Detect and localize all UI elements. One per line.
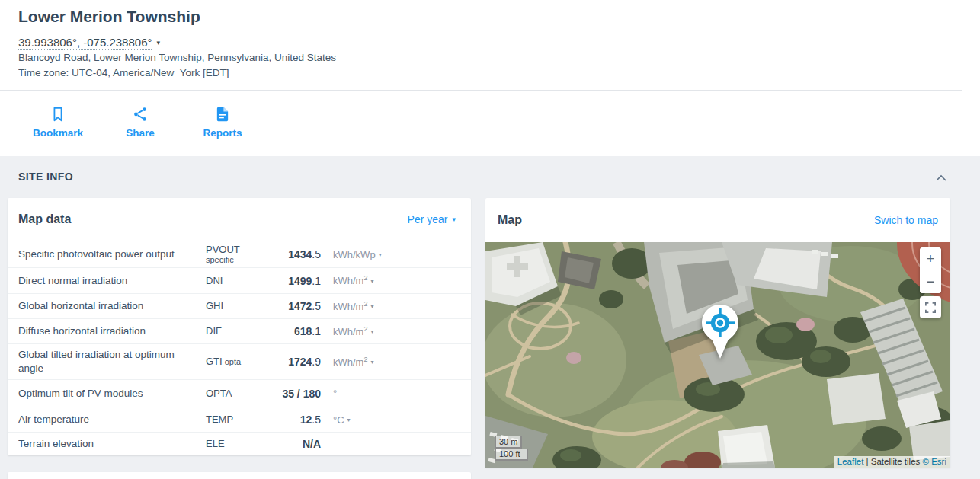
- bookmark-icon: [50, 106, 66, 123]
- unit-dropdown[interactable]: kWh/m2▾: [333, 300, 373, 312]
- scale-metric: 30 m: [495, 436, 522, 449]
- share-button[interactable]: Share: [108, 106, 172, 139]
- share-label: Share: [126, 127, 155, 139]
- row-label: Global tilted irradiation at optimum ang…: [18, 348, 206, 375]
- row-label: Direct normal irradiation: [18, 274, 206, 288]
- table-row-dni: Direct normal irradiation DNI 1499.1 kWh…: [8, 268, 471, 294]
- row-value: 618.1: [267, 325, 321, 337]
- zoom-in-button[interactable]: +: [920, 247, 941, 270]
- row-acronym: DIF: [206, 325, 267, 337]
- coordinates-value[interactable]: 39.993806°, -075.238806°: [18, 36, 152, 50]
- row-value: N/A: [267, 438, 321, 450]
- table-row-ele: Terrain elevation ELE N/A: [8, 433, 471, 455]
- row-value: 35 / 180: [267, 388, 321, 400]
- row-acronym: GTIopta: [206, 356, 267, 368]
- address-text: Blancoyd Road, Lower Merion Township, Pe…: [18, 52, 336, 63]
- row-label: Air temperature: [18, 413, 206, 426]
- chevron-down-icon: ▾: [370, 303, 373, 310]
- row-label: Specific photovoltaic power output: [18, 247, 206, 261]
- row-acronym: PVOUTspecific: [206, 244, 267, 266]
- period-selector[interactable]: Per year▾: [408, 213, 456, 225]
- table-row-temp: Air temperature TEMP 12.5 °C▾: [8, 407, 471, 433]
- share-icon: [132, 106, 149, 123]
- map-panel: Map Swich to map: [485, 198, 950, 468]
- row-label: Diffuse horizontal irradiation: [18, 324, 206, 338]
- map-attribution: Leaflet | Satellite tiles © Esri: [834, 456, 950, 468]
- site-info-section-title: SITE INFO: [18, 171, 73, 183]
- site-info-page: Lower Merion Township 39.993806°, -075.2…: [0, 0, 980, 479]
- row-acronym: DNI: [206, 275, 267, 287]
- table-row-ghi: Global horizontal irradiation GHI 1472.5…: [8, 294, 471, 319]
- table-row-pvout: Specific photovoltaic power output PVOUT…: [8, 241, 471, 268]
- row-label: Global horizontal irradiation: [18, 299, 206, 313]
- next-panel-partial: [8, 472, 471, 479]
- switch-to-map-link[interactable]: Swich to map: [874, 214, 938, 226]
- unit-dropdown[interactable]: °C▾: [333, 414, 351, 426]
- map-panel-title: Map: [498, 213, 522, 227]
- chevron-down-icon: ▾: [370, 278, 373, 285]
- row-label: Optimum tilt of PV modules: [18, 387, 206, 401]
- collapse-section-button[interactable]: [935, 171, 947, 180]
- leaflet-link[interactable]: Leaflet: [837, 457, 864, 466]
- map-zoom-control: + −: [920, 247, 941, 293]
- scale-imperial: 100 ft: [495, 449, 528, 461]
- satellite-map[interactable]: + − 30 m 100 ft Leaflet | Satellite tile…: [485, 242, 950, 468]
- row-value: 1472.5: [267, 300, 321, 312]
- page-title: Lower Merion Township: [18, 8, 200, 26]
- chevron-down-icon: ▾: [452, 216, 456, 223]
- table-row-gti: Global tilted irradiation at optimum ang…: [8, 344, 471, 380]
- fullscreen-icon: [925, 302, 936, 313]
- chevron-down-icon: ▾: [370, 359, 373, 366]
- row-value: 12.5: [267, 414, 321, 426]
- chevron-down-icon: ▾: [156, 39, 160, 46]
- map-data-title: Map data: [18, 212, 71, 226]
- reports-label: Reports: [203, 127, 242, 139]
- row-value: 1434.5: [267, 248, 321, 260]
- coordinates-dropdown[interactable]: 39.993806°, -075.238806°▾: [18, 36, 160, 49]
- unit-dropdown[interactable]: kWh/kWp▾: [333, 248, 382, 260]
- chevron-down-icon: ▾: [379, 251, 382, 258]
- header-divider: [0, 90, 962, 91]
- unit-dropdown[interactable]: kWh/m2▾: [333, 274, 373, 286]
- table-row-dif: Diffuse horizontal irradiation DIF 618.1…: [8, 319, 471, 344]
- row-acronym: OPTA: [206, 388, 267, 400]
- map-scale-control: 30 m 100 ft: [495, 436, 528, 461]
- esri-link[interactable]: © Esri: [923, 457, 946, 466]
- fullscreen-button[interactable]: [920, 296, 941, 318]
- unit-dropdown[interactable]: kWh/m2▾: [333, 325, 373, 337]
- chevron-up-icon: [937, 176, 946, 180]
- row-acronym: ELE: [206, 438, 267, 450]
- unit-dropdown[interactable]: kWh/m2▾: [333, 356, 373, 368]
- row-unit: °: [333, 388, 337, 399]
- chevron-down-icon: ▾: [347, 417, 351, 423]
- row-value: 1724.9: [267, 356, 321, 368]
- location-marker[interactable]: [699, 303, 741, 361]
- document-icon: [214, 106, 231, 123]
- table-row-opta: Optimum tilt of PV modules OPTA 35 / 180…: [8, 380, 471, 407]
- row-acronym: TEMP: [206, 414, 267, 426]
- bookmark-button[interactable]: Bookmark: [26, 106, 90, 139]
- attribution-tiles-text: Satellite tiles: [871, 457, 921, 466]
- row-label: Terrain elevation: [18, 437, 206, 451]
- row-value: 1499.1: [267, 275, 321, 287]
- chevron-down-icon: ▾: [370, 328, 373, 335]
- map-data-panel: Map data Per year▾ Specific photovoltaic…: [8, 198, 471, 455]
- attribution-separator: |: [866, 457, 869, 466]
- reports-button[interactable]: Reports: [191, 106, 255, 139]
- bookmark-label: Bookmark: [33, 127, 83, 139]
- timezone-text: Time zone: UTC-04, America/New_York [EDT…: [18, 67, 229, 78]
- zoom-out-button[interactable]: −: [920, 270, 941, 293]
- row-acronym: GHI: [206, 300, 267, 312]
